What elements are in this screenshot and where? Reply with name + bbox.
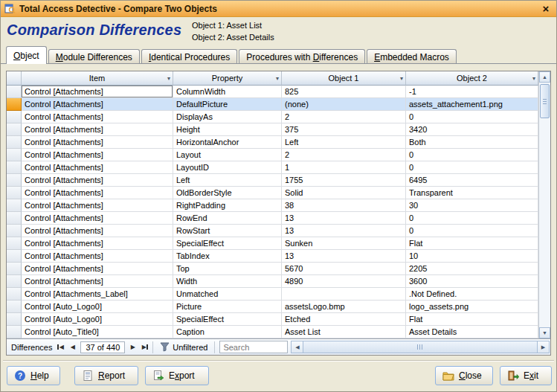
grid-cell[interactable]: Control [Attachments] bbox=[22, 199, 173, 212]
scroll-down-button[interactable]: ▼ bbox=[539, 327, 550, 338]
row-selector[interactable] bbox=[7, 301, 22, 313]
vertical-scrollbar[interactable]: ▲ ▼ bbox=[538, 71, 550, 338]
grid-cell[interactable]: Width bbox=[173, 275, 282, 288]
row-selector[interactable] bbox=[7, 86, 22, 98]
grid-cell[interactable]: 30 bbox=[406, 199, 538, 212]
select-all-corner[interactable] bbox=[7, 71, 22, 86]
grid-cell[interactable]: Control [Auto_Logo0] bbox=[22, 301, 173, 313]
grid-cell[interactable]: Control [Attachments] bbox=[22, 187, 173, 199]
help-button[interactable]: ? Help bbox=[7, 366, 60, 385]
grid-cell[interactable]: Control [Attachments] bbox=[22, 174, 173, 187]
grid-cell[interactable]: SpecialEffect bbox=[173, 237, 282, 250]
grid-cell[interactable]: 0 bbox=[406, 149, 538, 161]
vertical-scroll-track[interactable] bbox=[539, 83, 550, 327]
grid-cell[interactable]: 2205 bbox=[406, 263, 538, 275]
column-dropdown-icon[interactable]: ▾ bbox=[276, 75, 279, 82]
column-header-object-1[interactable]: Object 1▾ bbox=[282, 71, 406, 86]
row-selector[interactable] bbox=[7, 187, 22, 199]
grid-cell[interactable]: 375 bbox=[282, 123, 406, 136]
grid-cell[interactable]: Control [Attachments] bbox=[22, 111, 173, 123]
grid-cell[interactable]: Control [Attachments] bbox=[22, 275, 173, 288]
grid-cell[interactable]: Asset Details bbox=[406, 326, 538, 338]
row-selector[interactable] bbox=[7, 149, 22, 161]
grid-cell[interactable]: Flat bbox=[406, 313, 538, 326]
grid-cell[interactable]: Control [Attachments_Label] bbox=[22, 288, 173, 301]
grid-cell[interactable]: Sunken bbox=[282, 237, 406, 250]
tab-object[interactable]: Object bbox=[6, 46, 47, 64]
grid-cell[interactable]: Top bbox=[173, 263, 282, 275]
row-selector[interactable] bbox=[7, 136, 22, 149]
scroll-up-button[interactable]: ▲ bbox=[539, 71, 550, 83]
grid-cell[interactable]: 6495 bbox=[406, 174, 538, 187]
grid-cell[interactable]: Layout bbox=[173, 149, 282, 161]
grid-cell[interactable]: Control [Auto_Title0] bbox=[22, 326, 173, 338]
grid-cell[interactable]: 0 bbox=[406, 161, 538, 174]
row-selector[interactable] bbox=[7, 174, 22, 187]
previous-record-button[interactable]: ◀ bbox=[67, 341, 78, 353]
grid-cell[interactable]: 825 bbox=[282, 86, 406, 98]
column-header-item[interactable]: Item▾ bbox=[22, 71, 173, 86]
horizontal-scroll-thumb[interactable] bbox=[303, 341, 537, 353]
grid-cell[interactable]: Control [Attachments] bbox=[22, 98, 173, 111]
grid-cell[interactable]: 3420 bbox=[406, 123, 538, 136]
grid-cell[interactable]: Picture bbox=[173, 301, 282, 313]
grid-cell[interactable]: 38 bbox=[282, 199, 406, 212]
grid-cell[interactable]: Solid bbox=[282, 187, 406, 199]
row-selector[interactable] bbox=[7, 288, 22, 301]
exit-button[interactable]: Exit bbox=[500, 366, 552, 385]
close-button[interactable]: Close bbox=[435, 366, 493, 385]
tab-procedures-with-differences[interactable]: Procedures with Differences bbox=[239, 49, 365, 64]
grid-cell[interactable]: Control [Attachments] bbox=[22, 161, 173, 174]
search-input[interactable] bbox=[219, 341, 288, 353]
grid-cell[interactable]: Control [Attachments] bbox=[22, 149, 173, 161]
grid-cell[interactable]: -1 bbox=[406, 86, 538, 98]
grid-cell[interactable]: assets_attachement1.png bbox=[406, 98, 538, 111]
grid-cell[interactable]: DisplayAs bbox=[173, 111, 282, 123]
column-dropdown-icon[interactable]: ▾ bbox=[167, 75, 170, 82]
grid-cell[interactable]: 0 bbox=[406, 225, 538, 237]
grid-cell[interactable]: (none) bbox=[282, 98, 406, 111]
grid-cell[interactable]: Etched bbox=[282, 313, 406, 326]
grid-cell[interactable]: Asset List bbox=[282, 326, 406, 338]
row-selector[interactable] bbox=[7, 111, 22, 123]
first-record-button[interactable]: ◀ bbox=[56, 341, 67, 353]
grid-cell[interactable]: LayoutID bbox=[173, 161, 282, 174]
row-selector[interactable] bbox=[7, 263, 22, 275]
grid-cell[interactable]: SpecialEffect bbox=[173, 313, 282, 326]
grid-cell[interactable]: Transparent bbox=[406, 187, 538, 199]
grid-cell[interactable]: RowStart bbox=[173, 225, 282, 237]
grid-cell[interactable]: Control [Attachments] bbox=[22, 237, 173, 250]
grid-cell[interactable]: Control [Attachments] bbox=[22, 136, 173, 149]
grid-cell[interactable]: 2 bbox=[282, 111, 406, 123]
grid-cell[interactable]: 5670 bbox=[282, 263, 406, 275]
grid-cell[interactable]: Height bbox=[173, 123, 282, 136]
grid-cell[interactable]: Control [Attachments] bbox=[22, 250, 173, 263]
grid-cell[interactable]: RightPadding bbox=[173, 199, 282, 212]
grid-cell[interactable]: 1755 bbox=[282, 174, 406, 187]
grid-cell[interactable]: HorizontalAnchor bbox=[173, 136, 282, 149]
tab-embedded-macros[interactable]: Embedded Macros bbox=[367, 49, 457, 64]
row-selector[interactable] bbox=[7, 275, 22, 288]
grid-cell[interactable]: Flat bbox=[406, 237, 538, 250]
last-record-button[interactable]: ▶ bbox=[138, 341, 149, 353]
grid-cell[interactable]: ColumnWidth bbox=[173, 86, 282, 98]
grid-cell[interactable]: RowEnd bbox=[173, 212, 282, 225]
grid-cell[interactable]: 0 bbox=[406, 212, 538, 225]
grid-cell[interactable]: Left bbox=[282, 136, 406, 149]
grid-cell[interactable]: 1 bbox=[282, 161, 406, 174]
vertical-scroll-thumb[interactable] bbox=[540, 84, 550, 118]
grid-cell[interactable]: assetsLogo.bmp bbox=[282, 301, 406, 313]
row-selector[interactable] bbox=[7, 326, 22, 338]
column-dropdown-icon[interactable]: ▾ bbox=[400, 75, 403, 82]
row-selector[interactable] bbox=[7, 313, 22, 326]
window-close-button[interactable]: × bbox=[539, 3, 553, 15]
grid-cell[interactable]: logo_assets.png bbox=[406, 301, 538, 313]
grid-cell[interactable]: Control [Attachments] bbox=[22, 86, 173, 98]
report-button[interactable]: Report bbox=[74, 366, 138, 385]
grid-cell[interactable]: OldBorderStyle bbox=[173, 187, 282, 199]
scroll-left-button[interactable]: ◀ bbox=[291, 341, 303, 353]
grid-cell[interactable]: 13 bbox=[282, 212, 406, 225]
grid-cell[interactable]: 10 bbox=[406, 250, 538, 263]
grid-cell[interactable]: 0 bbox=[406, 111, 538, 123]
column-dropdown-icon[interactable]: ▾ bbox=[532, 75, 535, 82]
